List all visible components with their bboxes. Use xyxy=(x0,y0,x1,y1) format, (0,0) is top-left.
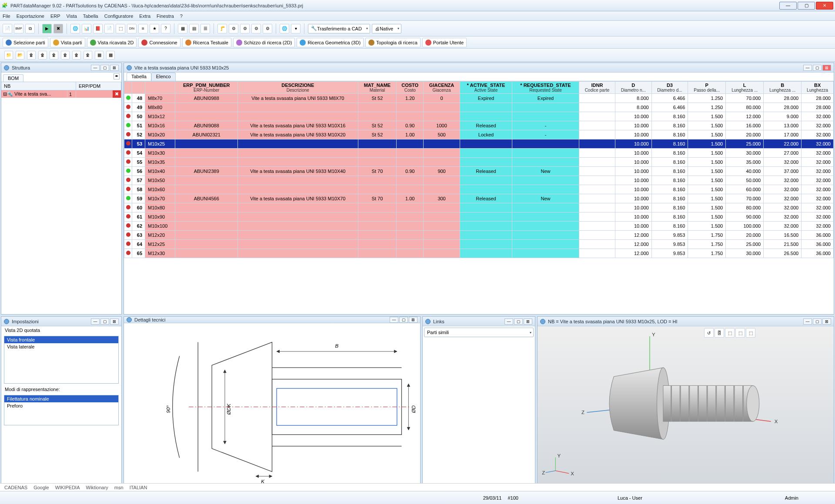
panel-min[interactable]: — xyxy=(91,318,100,325)
tb-icon[interactable]: ⚙ xyxy=(240,24,250,33)
section-tab[interactable]: Ricerca Geometrica (3D) xyxy=(297,38,364,47)
section-tab[interactable]: Vista parti xyxy=(50,38,85,47)
table-row[interactable]: 63M12x2012.0009.8531.75020.00016.50036.0… xyxy=(124,231,834,240)
tb-icon[interactable]: ⚙ xyxy=(263,24,272,33)
column-header[interactable]: GIACENZAGiacenza xyxy=(424,82,460,94)
tb-icon[interactable]: 🌐 xyxy=(70,24,80,33)
list-item[interactable]: Preforo xyxy=(4,402,118,409)
panel-max[interactable]: ▢ xyxy=(100,65,109,71)
table-row[interactable]: 61M10x9010.0008.1601.50090.00032.00032.0… xyxy=(124,212,834,222)
menu-item[interactable]: Extra xyxy=(139,13,150,19)
tb3-icon[interactable]: 🗑 xyxy=(61,51,70,60)
tb-icon[interactable]: 📄 xyxy=(104,24,114,33)
tb-icon[interactable]: ⬚ xyxy=(116,24,125,33)
column-header[interactable]: D3Diametro d... xyxy=(651,82,688,94)
table-row[interactable]: 62M10x10010.0008.1601.500100.00032.00032… xyxy=(124,222,834,231)
tb-icon[interactable]: ⚙ xyxy=(229,24,238,33)
column-header[interactable] xyxy=(124,82,132,94)
tb3-icon[interactable]: ▦ xyxy=(95,51,104,60)
tb-icon[interactable]: ▤ xyxy=(189,24,199,33)
tb-icon[interactable]: ▦ xyxy=(178,24,187,33)
minimize-button[interactable]: — xyxy=(779,2,797,10)
table-row[interactable]: 48M8x70ABUNI0988Vite a testa svasata pia… xyxy=(124,94,834,103)
menu-item[interactable]: ? xyxy=(180,13,183,19)
bom-tab[interactable]: BOM xyxy=(3,74,23,82)
partner-link[interactable]: Google xyxy=(33,485,49,490)
column-header[interactable]: IDNRCodice parte xyxy=(579,82,615,94)
menu-item[interactable]: Vista xyxy=(67,13,77,19)
3d-viewport[interactable]: ↺ 🗄 ⬚ ⬚ ⬚ Y X Z xyxy=(538,326,834,490)
panel-close[interactable]: ⊠ xyxy=(822,65,831,71)
menu-item[interactable]: Tabella xyxy=(83,13,98,19)
tb-icon[interactable]: ☰ xyxy=(200,24,210,33)
table-row[interactable]: 49M8x808.0006.4661.25080.00028.00028.000 xyxy=(124,103,834,112)
tb3-icon[interactable]: 🗑 xyxy=(84,51,92,60)
column-header[interactable]: LLunghezza ... xyxy=(726,82,764,94)
column-header[interactable]: ERP_PDM_NUMBERERP-Number xyxy=(175,82,238,94)
panel-close[interactable]: ⊠ xyxy=(822,318,831,325)
table-row[interactable]: 54M10x3010.0008.1601.50030.00027.00032.0… xyxy=(124,149,834,158)
table-row[interactable]: 57M10x5010.0008.1601.50050.00032.00032.0… xyxy=(124,176,834,185)
tab-nav[interactable]: ◂▸ xyxy=(114,73,120,80)
section-tab[interactable]: Portale Utente xyxy=(422,38,467,47)
v3d-btn[interactable]: 🗄 xyxy=(715,328,724,338)
table-row[interactable]: 53M10x2510.0008.1601.50025.00022.00032.0… xyxy=(124,139,834,149)
section-tab[interactable]: Schizzo di ricerca (2D) xyxy=(233,38,295,47)
delete-icon[interactable]: ✖ xyxy=(113,90,121,98)
data-table[interactable]: ERP_PDM_NUMBERERP-NumberDESCRIZIONEDescr… xyxy=(124,81,834,258)
tb3-icon[interactable]: 🗑 xyxy=(38,51,47,60)
maximize-button[interactable]: ▢ xyxy=(798,2,815,10)
panel-min[interactable]: — xyxy=(91,65,100,71)
table-row[interactable]: 55M10x3510.0008.1601.50035.00032.00032.0… xyxy=(124,158,834,167)
tb-icon[interactable]: ? xyxy=(161,24,170,33)
transfer-to-cad-combo[interactable]: 🔧 Trasferimento a CAD xyxy=(308,24,370,33)
partner-link[interactable]: CADENAS xyxy=(4,485,27,490)
section-tab[interactable]: Connessione xyxy=(138,38,180,47)
panel-max[interactable]: ▢ xyxy=(813,318,822,325)
panel-max[interactable]: ▢ xyxy=(100,318,109,325)
menu-item[interactable]: Finestra xyxy=(157,13,174,19)
tb3-icon[interactable]: ▦ xyxy=(106,51,115,60)
tb-icon[interactable]: 📕 xyxy=(93,24,103,33)
v3d-btn[interactable]: ⬚ xyxy=(735,328,745,338)
menu-item[interactable]: Esportazione xyxy=(17,13,44,19)
section-tab[interactable]: Topologia di ricerca xyxy=(365,38,421,47)
tb-icon[interactable]: ✖ xyxy=(53,24,63,33)
panel-close[interactable]: ⊠ xyxy=(110,65,119,71)
column-header[interactable] xyxy=(145,82,175,94)
column-header[interactable]: COSTOCosto xyxy=(397,82,424,94)
struct-col-erp[interactable]: ERP/PDM xyxy=(76,82,121,90)
tb3-icon[interactable]: 📂 xyxy=(16,51,24,60)
tb-icon[interactable]: ▶ xyxy=(42,24,52,33)
tb-icon[interactable]: ▾ xyxy=(291,24,301,33)
tb-icon[interactable]: ⚙ xyxy=(251,24,261,33)
tb3-icon[interactable]: 🗑 xyxy=(72,51,81,60)
partner-link[interactable]: WIKIPEDIA xyxy=(55,485,80,490)
struct-col-nb[interactable]: NB xyxy=(1,82,76,90)
panel-close[interactable]: ⊠ xyxy=(409,317,418,323)
table-tab[interactable]: Elenco xyxy=(151,73,176,81)
v3d-btn[interactable]: ⬚ xyxy=(746,328,755,338)
list-item[interactable]: Filettatura nominale xyxy=(4,395,118,402)
panel-max[interactable]: ▢ xyxy=(813,65,822,71)
panel-min[interactable]: — xyxy=(504,318,513,325)
column-header[interactable] xyxy=(132,82,145,94)
menu-item[interactable]: File xyxy=(3,13,10,19)
partner-link[interactable]: ITALIAN xyxy=(130,485,147,490)
column-header[interactable]: PPasso della... xyxy=(688,82,726,94)
column-header[interactable]: BLunghezza ... xyxy=(764,82,802,94)
table-row[interactable]: 56M10x40ABUNI2389Vite a testa svasata pi… xyxy=(124,167,834,176)
panel-max[interactable]: ▢ xyxy=(399,317,408,323)
panel-close[interactable]: ⊠ xyxy=(110,318,119,325)
tb3-icon[interactable]: 🗑 xyxy=(50,51,58,60)
tb-icon[interactable]: ★ xyxy=(150,24,159,33)
struct-row[interactable]: ⊟🔩 Vite a testa sva... 1 ✖ xyxy=(1,90,121,98)
column-header[interactable]: DDiametro n... xyxy=(615,82,651,94)
technical-drawing[interactable]: B ØD ØDK 90° K L xyxy=(124,323,420,490)
menu-item[interactable]: ERP xyxy=(50,13,60,19)
tb-icon[interactable]: DIN xyxy=(127,24,137,33)
v3d-btn[interactable]: ↺ xyxy=(704,328,714,338)
v3d-btn[interactable]: ⬚ xyxy=(725,328,735,338)
tb3-icon[interactable]: 🗑 xyxy=(27,51,36,60)
table-row[interactable]: 60M10x8010.0008.1601.50080.00032.00032.0… xyxy=(124,203,834,212)
